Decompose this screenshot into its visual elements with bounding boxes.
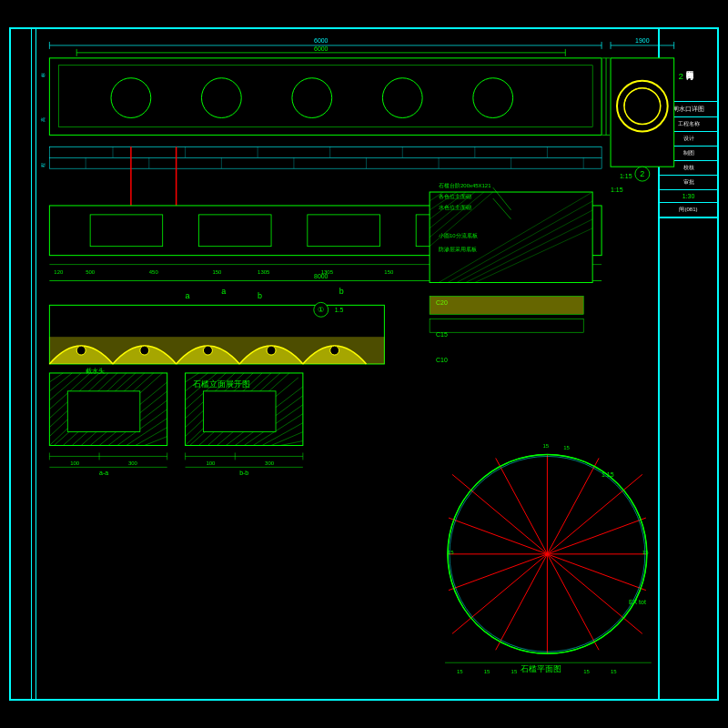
right-panel-title: 闸门区详图: [660, 29, 717, 102]
drawing-area: 闸门区详图 闸水口详图 工程名称 设计 制图 校核 审批 1:30 闸(081)…: [9, 27, 719, 701]
main-container: 闸门区详图 闸水口详图 工程名称 设计 制图 校核 审批 1:30 闸(081)…: [0, 0, 728, 728]
drawing-content: [36, 29, 658, 699]
right-panel-design: 设计: [660, 132, 717, 147]
right-panel-proj: 工程名称: [660, 117, 717, 132]
right-panel-approve: 审批: [660, 176, 717, 190]
right-panel-scale: 1:30: [660, 190, 717, 203]
right-panel-check: 校核: [660, 161, 717, 176]
right-panel: 闸门区详图 闸水口详图 工程名称 设计 制图 校核 审批 1:30 闸(081): [658, 29, 717, 699]
right-panel-drawno: 闸(081): [660, 203, 717, 217]
right-panel-subtitle: 闸水口详图: [660, 102, 717, 117]
right-panel-draw: 制图: [660, 147, 717, 161]
left-strip: [11, 29, 36, 699]
